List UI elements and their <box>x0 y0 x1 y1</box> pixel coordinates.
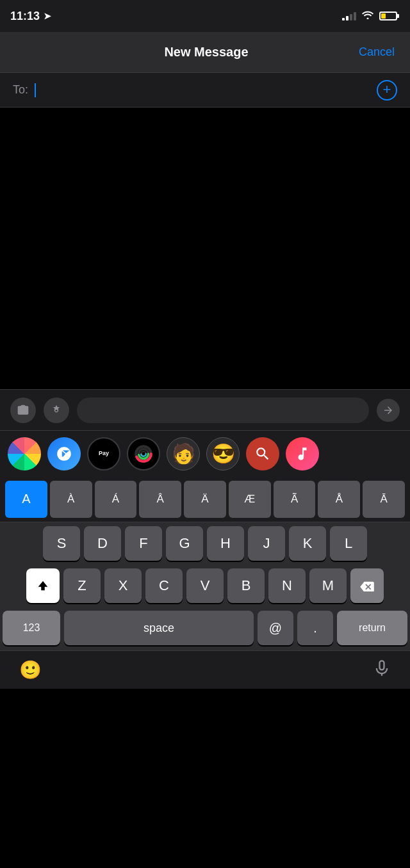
nav-bar: New Message Cancel <box>0 32 410 73</box>
status-time: 11:13 ➤ <box>10 10 51 23</box>
app-icon-music[interactable] <box>286 437 319 470</box>
search-app-icon <box>254 446 271 462</box>
to-label: To: <box>13 83 28 97</box>
appstore-app-icon <box>56 446 72 462</box>
key-G[interactable]: G <box>166 526 203 561</box>
keyboard: A À Á Â Ä Æ Ã Å Ā S D F G H J K L Z X C … <box>0 476 410 650</box>
key-AE[interactable]: Æ <box>229 481 271 518</box>
return-key[interactable]: return <box>337 611 407 645</box>
key-H[interactable]: H <box>207 526 244 561</box>
key-D[interactable]: D <box>84 526 121 561</box>
bottom-bar: 🙂 <box>0 650 410 689</box>
signal-bar-4 <box>354 12 356 20</box>
to-field[interactable]: To: + <box>0 73 410 108</box>
status-icons <box>342 10 397 22</box>
battery-icon <box>379 12 397 20</box>
wifi-icon <box>361 10 374 22</box>
camera-button[interactable] <box>10 398 36 423</box>
message-input[interactable] <box>77 398 369 423</box>
key-X[interactable]: X <box>104 568 142 603</box>
app-icon-activity[interactable] <box>127 437 160 470</box>
app-icon-memoji[interactable]: 🧑 <box>167 437 200 470</box>
key-A-tilde[interactable]: Ã <box>274 481 316 518</box>
signal-bars <box>342 12 356 20</box>
plus-icon: + <box>383 83 391 97</box>
keyboard-row-3: Z X C V B N M <box>0 565 410 607</box>
key-J[interactable]: J <box>248 526 285 561</box>
music-app-icon <box>294 446 311 462</box>
app-icon-search[interactable] <box>246 437 279 470</box>
key-B[interactable]: B <box>227 568 265 603</box>
cancel-button[interactable]: Cancel <box>359 45 395 59</box>
delete-icon <box>360 580 374 591</box>
number-key[interactable]: 123 <box>3 611 60 645</box>
camera-icon <box>17 404 29 417</box>
activity-rings-icon <box>134 444 153 463</box>
key-A-umlaut[interactable]: Ä <box>184 481 226 518</box>
send-button[interactable] <box>377 399 400 422</box>
location-arrow-icon: ➤ <box>44 11 51 21</box>
accent-row: A À Á Â Ä Æ Ã Å Ā <box>0 476 410 522</box>
shift-icon <box>36 579 50 593</box>
microphone-button[interactable] <box>373 659 391 681</box>
imessage-toolbar <box>0 389 410 430</box>
at-key[interactable]: @ <box>258 611 293 645</box>
animoji-emoji: 😎 <box>211 442 235 465</box>
apps-button[interactable] <box>44 398 69 423</box>
key-A[interactable]: A <box>5 481 47 518</box>
key-Z[interactable]: Z <box>63 568 101 603</box>
signal-bar-3 <box>350 14 352 20</box>
key-C[interactable]: C <box>145 568 183 603</box>
key-S[interactable]: S <box>43 526 80 561</box>
key-A-grave[interactable]: À <box>50 481 92 518</box>
emoji-icon: 🙂 <box>19 660 42 680</box>
key-A-circumflex[interactable]: Â <box>139 481 181 518</box>
applepay-label: Pay <box>99 450 109 457</box>
key-V[interactable]: V <box>186 568 224 603</box>
emoji-button[interactable]: 🙂 <box>19 659 42 680</box>
keyboard-row-2: S D F G H J K L <box>0 522 410 565</box>
app-icon-applepay[interactable]: Pay <box>87 437 120 470</box>
dot-key[interactable]: . <box>297 611 333 645</box>
nav-title: New Message <box>164 45 248 60</box>
shift-button[interactable] <box>26 568 60 603</box>
key-A-ring[interactable]: Å <box>318 481 360 518</box>
memoji-emoji: 🧑 <box>172 442 195 465</box>
status-bar: 11:13 ➤ <box>0 0 410 32</box>
delete-button[interactable] <box>350 568 384 603</box>
key-N[interactable]: N <box>268 568 306 603</box>
key-K[interactable]: K <box>289 526 326 561</box>
add-contact-button[interactable]: + <box>377 80 397 100</box>
time-label: 11:13 <box>10 10 40 23</box>
keyboard-row-4: 123 space @ . return <box>0 607 410 650</box>
microphone-icon <box>373 659 391 677</box>
app-icon-photos[interactable] <box>8 437 41 470</box>
key-A-acute[interactable]: Á <box>95 481 137 518</box>
key-L[interactable]: L <box>330 526 367 561</box>
to-cursor <box>35 83 36 97</box>
appstore-icon <box>50 404 63 417</box>
app-icon-appstore[interactable] <box>47 437 81 470</box>
send-arrow-icon <box>382 405 394 416</box>
key-M[interactable]: M <box>309 568 347 603</box>
app-row: Pay 🧑 😎 <box>0 430 410 476</box>
signal-bar-2 <box>346 16 348 20</box>
signal-bar-1 <box>342 18 345 20</box>
space-key[interactable]: space <box>64 611 254 645</box>
key-A-macron[interactable]: Ā <box>363 481 405 518</box>
message-area[interactable] <box>0 108 410 389</box>
key-F[interactable]: F <box>125 526 162 561</box>
app-icon-animoji[interactable]: 😎 <box>206 437 240 470</box>
